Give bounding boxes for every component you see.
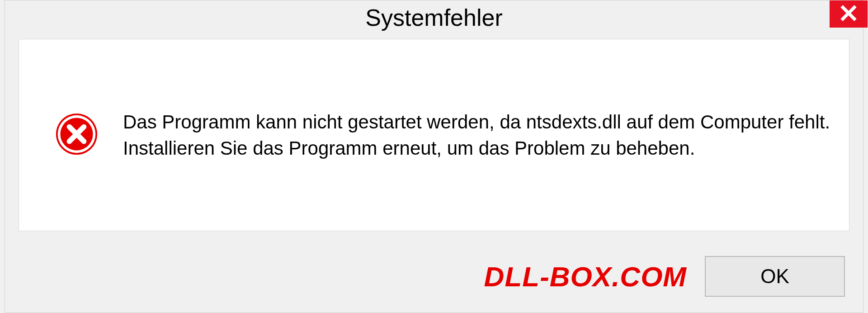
error-message: Das Programm kann nicht gestartet werden… — [123, 109, 831, 161]
close-icon — [840, 5, 857, 24]
error-icon — [55, 113, 98, 157]
dialog-footer: DLL-BOX.COM OK — [5, 249, 863, 304]
dialog-title: Systemfehler — [365, 4, 502, 31]
titlebar: Systemfehler — [5, 0, 863, 34]
close-button[interactable] — [830, 0, 868, 28]
error-dialog: Systemfehler Das Programm kann nicht ges… — [5, 0, 863, 313]
content-area: Das Programm kann nicht gestartet werden… — [19, 39, 849, 231]
watermark-text: DLL-BOX.COM — [484, 261, 687, 293]
ok-button[interactable]: OK — [705, 256, 845, 297]
